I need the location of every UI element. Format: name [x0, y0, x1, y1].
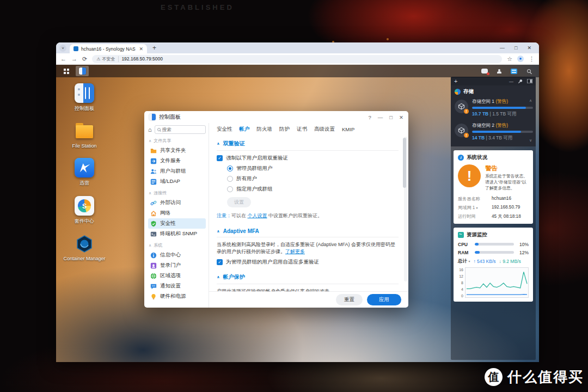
back-icon[interactable]: ← [60, 56, 66, 62]
regional-options-icon [150, 273, 157, 279]
kebab-menu-icon[interactable]: ⋮ [529, 56, 535, 63]
checkbox-checked-icon[interactable]: ✓ [217, 155, 223, 161]
tab-firewall[interactable]: 防火墙 [257, 126, 273, 133]
window-close-icon[interactable]: ✕ [399, 114, 403, 120]
adaptive-mfa-checkbox-row[interactable]: ✓ 为管理员群组的用户启用自适应多重验证 [217, 259, 399, 266]
sidebar-item-file-services[interactable]: 文件服务 [148, 156, 206, 166]
sidebar-item-external-access[interactable]: 外部访问 [148, 198, 206, 208]
reset-button[interactable]: 重置 [336, 294, 363, 305]
control-panel-icon [75, 83, 94, 103]
file-station-icon [75, 121, 94, 141]
chevron-down-icon[interactable]: ∨ [529, 138, 532, 143]
tab-search-chevron-icon[interactable]: ˅ [59, 45, 66, 52]
sidebar-item-notification-settings[interactable]: 通知设置 [148, 281, 206, 291]
account-protection-description: 启用此选项可保护您的帐户免受未信任客户端的攻击。 [217, 288, 399, 291]
checkbox-checked-icon[interactable]: ✓ [217, 259, 223, 265]
window-maximize-icon[interactable]: □ [389, 114, 393, 120]
radio-admin-group[interactable]: 管理员群组用户 [227, 165, 399, 172]
sidebar-section-connectivity[interactable]: ∧连接性 [149, 190, 206, 196]
not-secure-chip[interactable]: ⚠ 不安全 [96, 56, 119, 62]
sidebar-item-login-portal[interactable]: 登录门户 [148, 260, 206, 271]
new-tab-button[interactable]: + [152, 44, 156, 52]
shortcut-package-center[interactable]: S 套件中心 [63, 196, 106, 225]
tab-security[interactable]: 安全性 [217, 126, 232, 133]
panel-dock-icon[interactable] [527, 79, 532, 83]
set-button[interactable]: 设置 [227, 197, 251, 207]
sidebar-item-shared-folder[interactable]: 共享文件夹 [148, 145, 206, 156]
sidebar-section-system[interactable]: ∧系统 [149, 242, 206, 248]
notifications-icon[interactable] [481, 68, 488, 75]
widget-panel-toggle-icon[interactable] [510, 68, 518, 75]
section-two-factor[interactable]: ∧双重验证 [217, 136, 399, 151]
url-bar[interactable]: ⚠ 不安全 192.168.50.79:5000 [92, 55, 502, 63]
sidebar-item-hardware-power[interactable]: 硬件和电源 [148, 291, 206, 302]
chevron-up-icon[interactable]: ∧ [529, 99, 532, 103]
profile-avatar[interactable]: ● [517, 56, 524, 62]
content-scrollbar-thumb[interactable] [403, 138, 406, 188]
upload-arrow-icon: ↑ [473, 259, 475, 264]
apply-button[interactable]: 应用 [367, 294, 401, 305]
network-total-row: 总计 ▾ ↑ 543 KB/s ↓ 9.2 MB/s [458, 258, 529, 265]
radio-specific-users[interactable]: 指定用户或群组 [227, 186, 399, 193]
radio-icon[interactable] [227, 176, 233, 182]
learn-more-link[interactable]: 了解更多 [285, 249, 305, 254]
browser-close-icon[interactable]: ✕ [527, 45, 531, 51]
sidebar-item-users-groups[interactable]: 用户与群组 [148, 166, 206, 176]
window-minimize-icon[interactable]: — [378, 114, 383, 120]
sidebar-item-terminal-snmp[interactable]: 终端机和 SNMP [148, 229, 206, 239]
help-icon[interactable]: ? [368, 114, 371, 120]
shortcut-xunlei[interactable]: 迅雷 [63, 158, 106, 187]
storage-volume-1[interactable]: ! 存储空间 1 (警告) 10.7 TB | 1.5 TB 可用 ∧ [455, 99, 532, 118]
tab-kmip[interactable]: KMIP [342, 126, 354, 132]
watermark-text: 什么值得买 [507, 367, 584, 387]
browser-maximize-icon[interactable]: □ [514, 45, 517, 51]
home-icon[interactable]: ⌂ [148, 126, 152, 133]
search-icon[interactable] [525, 68, 532, 75]
user-menu-icon[interactable] [495, 68, 503, 75]
control-panel-taskbar-button[interactable] [76, 66, 89, 76]
browser-minimize-icon[interactable]: — [500, 45, 505, 51]
pin-icon[interactable] [518, 79, 523, 84]
2fa-note: 注意：可以在 个人设置 中设置帐户的双重验证。 [217, 212, 399, 219]
tab-certificate[interactable]: 证书 [297, 126, 307, 133]
enforce-2fa-checkbox-row[interactable]: ✓ 强制以下用户启用双重验证 [217, 155, 399, 162]
personal-settings-link[interactable]: 个人设置 [248, 213, 267, 218]
tab-protection[interactable]: 防护 [279, 126, 290, 133]
security-shield-icon [150, 220, 157, 227]
radio-selected-icon[interactable] [227, 166, 233, 171]
sidebar-search-input[interactable] [162, 127, 203, 132]
health-message: 系统正处于警告状态。请进入“存储管理器”以了解更多信息。 [485, 174, 529, 192]
browser-tab[interactable]: hchuan16 - Synology NAS ✕ [70, 44, 147, 53]
lan-dropdown-caret-icon[interactable]: ▾ [476, 206, 477, 210]
shortcut-file-station[interactable]: File Station [63, 121, 106, 149]
chevron-up-icon: ∧ [217, 275, 220, 279]
radio-all-users[interactable]: 所有用户 [227, 175, 399, 182]
section-adaptive-mfa[interactable]: ∧Adaptive MFA [217, 224, 399, 237]
bookmark-star-icon[interactable]: ☆ [507, 56, 512, 63]
forward-icon[interactable]: → [71, 56, 77, 62]
shortcut-control-panel[interactable]: 控制面板 [63, 83, 106, 112]
volume-usage-bar [472, 107, 533, 109]
control-panel-titlebar[interactable]: 控制面板 ? — □ ✕ [144, 111, 408, 123]
panel-minimize-icon[interactable]: — [509, 79, 513, 84]
app-drawer-icon[interactable] [60, 66, 72, 76]
total-dropdown-caret-icon[interactable]: ▾ [468, 260, 470, 263]
sidebar-item-security[interactable]: 安全性 [148, 218, 206, 229]
desktop-shortcuts: 控制面板 File Station 迅雷 S 套件中心 [63, 83, 106, 271]
content-scrollbar[interactable] [404, 137, 407, 281]
radio-icon[interactable] [227, 186, 233, 192]
sidebar-item-info-center[interactable]: 信息中心 [148, 250, 206, 260]
reload-icon[interactable]: ⟳ [82, 56, 87, 63]
tab-account[interactable]: 帐户 [240, 126, 250, 133]
sidebar-item-regional-options[interactable]: 区域选项 [148, 271, 206, 281]
add-widget-icon[interactable]: + [454, 78, 457, 84]
shortcut-container-manager[interactable]: Container Manager [63, 234, 106, 261]
sidebar-search-box[interactable] [155, 125, 206, 134]
sidebar-item-domain-ldap[interactable]: 域/LDAP [148, 176, 206, 187]
section-account-protection[interactable]: ∧帐户保护 [217, 269, 399, 284]
storage-volume-2[interactable]: ! 存储空间 2 (警告) 14 TB | 3.4 TB 可用 ∨ [455, 122, 532, 142]
tab-advanced[interactable]: 高级设置 [314, 126, 335, 133]
sidebar-section-file-sharing[interactable]: ∧文件共享 [149, 138, 206, 144]
tab-close-icon[interactable]: ✕ [139, 46, 143, 52]
sidebar-item-network[interactable]: 网络 [148, 208, 206, 218]
